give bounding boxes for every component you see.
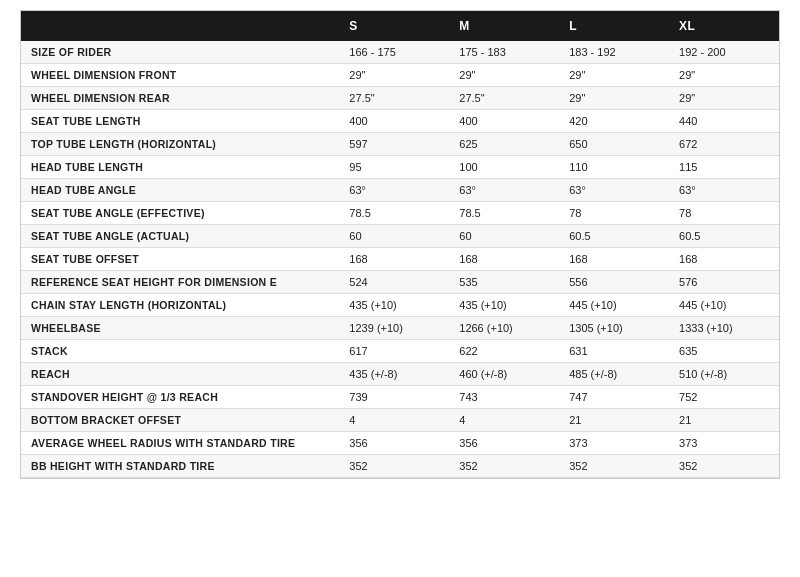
row-m: 27.5": [449, 87, 559, 110]
row-l: 485 (+/-8): [559, 363, 669, 386]
row-label: HEAD TUBE ANGLE: [21, 179, 339, 202]
row-l: 420: [559, 110, 669, 133]
row-xl: 29": [669, 64, 779, 87]
row-l: 183 - 192: [559, 41, 669, 64]
geometry-table: S M L XL SIZE OF RIDER166 - 175175 - 183…: [21, 11, 779, 478]
row-l: 445 (+10): [559, 294, 669, 317]
row-xl: 78: [669, 202, 779, 225]
row-label: BOTTOM BRACKET OFFSET: [21, 409, 339, 432]
row-xl: 115: [669, 156, 779, 179]
row-xl: 21: [669, 409, 779, 432]
row-s: 63°: [339, 179, 449, 202]
row-m: 400: [449, 110, 559, 133]
table-row: SEAT TUBE LENGTH400400420440: [21, 110, 779, 133]
table-row: WHEEL DIMENSION REAR27.5"27.5"29"29": [21, 87, 779, 110]
row-xl: 672: [669, 133, 779, 156]
row-xl: 440: [669, 110, 779, 133]
row-m: 743: [449, 386, 559, 409]
row-s: 168: [339, 248, 449, 271]
row-m: 4: [449, 409, 559, 432]
row-label: STACK: [21, 340, 339, 363]
table-row: REFERENCE SEAT HEIGHT FOR DIMENSION E524…: [21, 271, 779, 294]
header-s: S: [339, 11, 449, 41]
row-xl: 1333 (+10): [669, 317, 779, 340]
row-label: REFERENCE SEAT HEIGHT FOR DIMENSION E: [21, 271, 339, 294]
row-s: 27.5": [339, 87, 449, 110]
row-m: 352: [449, 455, 559, 478]
header-xl: XL: [669, 11, 779, 41]
row-label: SEAT TUBE ANGLE (ACTUAL): [21, 225, 339, 248]
table-row: WHEEL DIMENSION FRONT29"29"29"29": [21, 64, 779, 87]
row-s: 1239 (+10): [339, 317, 449, 340]
table-row: SEAT TUBE OFFSET168168168168: [21, 248, 779, 271]
row-xl: 510 (+/-8): [669, 363, 779, 386]
row-label: AVERAGE WHEEL RADIUS WITH STANDARD TIRE: [21, 432, 339, 455]
table-row: REACH435 (+/-8)460 (+/-8)485 (+/-8)510 (…: [21, 363, 779, 386]
row-m: 60: [449, 225, 559, 248]
row-xl: 576: [669, 271, 779, 294]
row-s: 356: [339, 432, 449, 455]
row-m: 535: [449, 271, 559, 294]
row-l: 631: [559, 340, 669, 363]
row-s: 524: [339, 271, 449, 294]
row-l: 352: [559, 455, 669, 478]
row-label: SEAT TUBE LENGTH: [21, 110, 339, 133]
row-m: 625: [449, 133, 559, 156]
geometry-table-container: S M L XL SIZE OF RIDER166 - 175175 - 183…: [20, 10, 780, 479]
row-m: 435 (+10): [449, 294, 559, 317]
row-label: CHAIN STAY LENGTH (HORIZONTAL): [21, 294, 339, 317]
row-label: BB HEIGHT WITH STANDARD TIRE: [21, 455, 339, 478]
row-s: 78.5: [339, 202, 449, 225]
row-l: 168: [559, 248, 669, 271]
row-label: REACH: [21, 363, 339, 386]
row-label: HEAD TUBE LENGTH: [21, 156, 339, 179]
table-row: WHEELBASE1239 (+10)1266 (+10)1305 (+10)1…: [21, 317, 779, 340]
header-m: M: [449, 11, 559, 41]
table-header-row: S M L XL: [21, 11, 779, 41]
row-l: 29": [559, 64, 669, 87]
row-label: SIZE OF RIDER: [21, 41, 339, 64]
row-l: 21: [559, 409, 669, 432]
table-row: HEAD TUBE ANGLE63°63°63°63°: [21, 179, 779, 202]
row-s: 435 (+/-8): [339, 363, 449, 386]
row-s: 597: [339, 133, 449, 156]
table-row: HEAD TUBE LENGTH95100110115: [21, 156, 779, 179]
row-xl: 60.5: [669, 225, 779, 248]
table-row: BB HEIGHT WITH STANDARD TIRE352352352352: [21, 455, 779, 478]
table-body: SIZE OF RIDER166 - 175175 - 183183 - 192…: [21, 41, 779, 478]
row-s: 29": [339, 64, 449, 87]
row-s: 95: [339, 156, 449, 179]
table-row: BOTTOM BRACKET OFFSET442121: [21, 409, 779, 432]
row-s: 617: [339, 340, 449, 363]
row-m: 622: [449, 340, 559, 363]
row-label: SEAT TUBE OFFSET: [21, 248, 339, 271]
row-m: 356: [449, 432, 559, 455]
table-row: SEAT TUBE ANGLE (EFFECTIVE)78.578.57878: [21, 202, 779, 225]
row-label: TOP TUBE LENGTH (HORIZONTAL): [21, 133, 339, 156]
row-xl: 635: [669, 340, 779, 363]
row-label: WHEELBASE: [21, 317, 339, 340]
table-row: CHAIN STAY LENGTH (HORIZONTAL)435 (+10)4…: [21, 294, 779, 317]
header-l: L: [559, 11, 669, 41]
row-xl: 352: [669, 455, 779, 478]
row-l: 110: [559, 156, 669, 179]
header-label: [21, 11, 339, 41]
table-row: SEAT TUBE ANGLE (ACTUAL)606060.560.5: [21, 225, 779, 248]
table-row: TOP TUBE LENGTH (HORIZONTAL)597625650672: [21, 133, 779, 156]
table-row: STANDOVER HEIGHT @ 1/3 REACH739743747752: [21, 386, 779, 409]
row-xl: 63°: [669, 179, 779, 202]
row-l: 29": [559, 87, 669, 110]
row-s: 400: [339, 110, 449, 133]
row-xl: 373: [669, 432, 779, 455]
table-row: AVERAGE WHEEL RADIUS WITH STANDARD TIRE3…: [21, 432, 779, 455]
row-l: 650: [559, 133, 669, 156]
row-m: 100: [449, 156, 559, 179]
row-xl: 445 (+10): [669, 294, 779, 317]
table-row: STACK617622631635: [21, 340, 779, 363]
row-m: 29": [449, 64, 559, 87]
row-label: STANDOVER HEIGHT @ 1/3 REACH: [21, 386, 339, 409]
row-m: 460 (+/-8): [449, 363, 559, 386]
row-label: WHEEL DIMENSION FRONT: [21, 64, 339, 87]
row-l: 373: [559, 432, 669, 455]
row-l: 60.5: [559, 225, 669, 248]
